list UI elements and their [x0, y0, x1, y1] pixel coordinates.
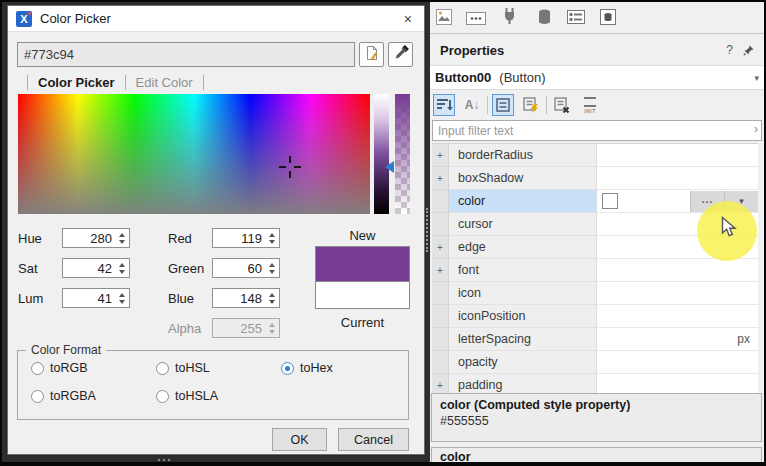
radio-toRGBA[interactable]: toRGBA — [31, 389, 96, 403]
property-value[interactable]: px — [596, 328, 758, 351]
show-properties-icon[interactable] — [492, 94, 514, 116]
current-color-swatch — [316, 281, 409, 308]
property-value[interactable] — [596, 167, 758, 190]
properties-title: Properties — [440, 43, 504, 58]
panel-toolbar — [430, 2, 764, 34]
red-spinner[interactable]: 119 — [212, 228, 280, 248]
clear-property-icon[interactable] — [551, 94, 573, 116]
green-label: Green — [168, 261, 204, 276]
property-name: font — [449, 259, 596, 282]
hue-value: 280 — [90, 231, 112, 246]
luminance-slider-handle[interactable] — [385, 161, 394, 173]
cancel-button[interactable]: Cancel — [338, 428, 409, 451]
current-swatch-label: Current — [315, 315, 410, 330]
hue-spinner[interactable]: 280 — [62, 228, 130, 248]
property-row-boxShadow[interactable]: + boxShadow — [432, 167, 758, 190]
pin-icon[interactable] — [743, 45, 754, 56]
alpha-label: Alpha — [168, 321, 201, 336]
changed-properties-icon[interactable] — [520, 94, 542, 116]
red-spin-buttons[interactable] — [267, 233, 276, 244]
radio-circle-checked — [281, 362, 294, 375]
sat-spin-buttons[interactable] — [117, 263, 126, 274]
property-value[interactable] — [596, 374, 758, 394]
copy-hex-button[interactable] — [359, 42, 384, 67]
object-name: Button00 — [435, 70, 491, 85]
property-value[interactable] — [596, 144, 758, 167]
property-value[interactable] — [596, 305, 758, 328]
property-row-iconPosition[interactable]: iconPosition — [432, 305, 758, 328]
database-icon[interactable] — [538, 9, 551, 25]
radio-toHSL[interactable]: toHSL — [156, 361, 210, 375]
hex-color-input[interactable] — [17, 42, 355, 67]
lum-spinner[interactable]: 41 — [62, 288, 130, 308]
lum-spin-buttons[interactable] — [117, 293, 126, 304]
tab-edit-color[interactable]: Edit Color — [136, 75, 193, 90]
property-name: padding — [449, 374, 596, 394]
property-name: borderRadius — [449, 144, 596, 167]
property-row-borderRadius[interactable]: + borderRadius — [432, 144, 758, 167]
expand-toggle[interactable]: + — [432, 374, 449, 394]
filter-chevron-icon[interactable]: › — [754, 122, 758, 136]
color-value-checkbox[interactable] — [602, 193, 618, 209]
property-name: opacity — [449, 351, 596, 374]
luminance-slider[interactable] — [374, 94, 389, 214]
property-row-opacity[interactable]: opacity — [432, 351, 758, 374]
blue-spin-buttons[interactable] — [267, 293, 276, 304]
alpha-slider[interactable] — [395, 94, 410, 214]
expand-toggle[interactable]: + — [432, 167, 449, 190]
plug-icon[interactable] — [502, 7, 517, 26]
sort-order-icon[interactable] — [433, 94, 455, 116]
help-icon[interactable]: ? — [726, 43, 733, 57]
close-icon[interactable]: × — [400, 11, 416, 27]
green-spinner[interactable]: 60 — [212, 258, 280, 278]
dialog-titlebar[interactable]: X Color Picker × — [8, 6, 424, 32]
init-properties-icon[interactable]: INIT — [579, 94, 601, 116]
image-icon[interactable] — [436, 9, 452, 25]
ellipsis-box-icon[interactable] — [466, 12, 486, 25]
filter-input[interactable] — [432, 120, 762, 141]
expand-toggle[interactable]: + — [432, 259, 449, 282]
property-name: color — [449, 190, 596, 213]
color-picker-dialog: X Color Picker × Color Picker Edit Color — [7, 5, 425, 455]
radio-label: toHSL — [175, 361, 210, 375]
property-name: letterSpacing — [449, 328, 596, 351]
computed-style-value: #555555 — [440, 414, 753, 428]
radio-label: toHSLA — [175, 389, 218, 403]
ok-button[interactable]: OK — [272, 428, 327, 451]
alpha-spin-buttons — [267, 323, 276, 334]
new-color-swatch — [316, 247, 409, 281]
property-name: iconPosition — [449, 305, 596, 328]
property-name: boxShadow — [449, 167, 596, 190]
component-box-icon[interactable] — [600, 9, 616, 25]
sat-label: Sat — [18, 261, 38, 276]
object-selector[interactable]: Button00 (Button) ▾ — [430, 65, 764, 90]
radio-toHSLA[interactable]: toHSLA — [156, 389, 218, 403]
sat-spinner[interactable]: 42 — [62, 258, 130, 278]
computed-style-panel: color (Computed style property) #555555 — [431, 393, 762, 442]
property-row-letterSpacing[interactable]: letterSpacing px — [432, 328, 758, 351]
blue-spinner[interactable]: 148 — [212, 288, 280, 308]
property-row-font[interactable]: + font — [432, 259, 758, 282]
crosshair-marker — [289, 156, 291, 163]
expand-toggle[interactable]: + — [432, 144, 449, 167]
splitter-handle[interactable] — [426, 208, 428, 252]
green-spin-buttons[interactable] — [267, 263, 276, 274]
tab-color-picker[interactable]: Color Picker — [38, 75, 115, 90]
property-row-padding[interactable]: + padding — [432, 374, 758, 394]
saturation-hue-gradient[interactable] — [18, 94, 370, 214]
mouse-cursor-icon — [721, 216, 738, 242]
hue-spin-buttons[interactable] — [117, 233, 126, 244]
radio-circle — [156, 390, 169, 403]
expand-toggle[interactable]: + — [432, 236, 449, 259]
radio-toHex[interactable]: toHex — [281, 361, 333, 375]
property-value[interactable] — [596, 282, 758, 305]
radio-toRGB[interactable]: toRGB — [31, 361, 88, 375]
sort-alphabetical-icon[interactable]: A↓ — [461, 94, 483, 116]
property-value[interactable] — [596, 259, 758, 282]
property-name: edge — [449, 236, 596, 259]
property-row-icon[interactable]: icon — [432, 282, 758, 305]
eyedropper-button[interactable] — [388, 42, 413, 67]
form-list-icon[interactable] — [567, 10, 585, 24]
blue-value: 148 — [240, 291, 262, 306]
property-value[interactable] — [596, 351, 758, 374]
